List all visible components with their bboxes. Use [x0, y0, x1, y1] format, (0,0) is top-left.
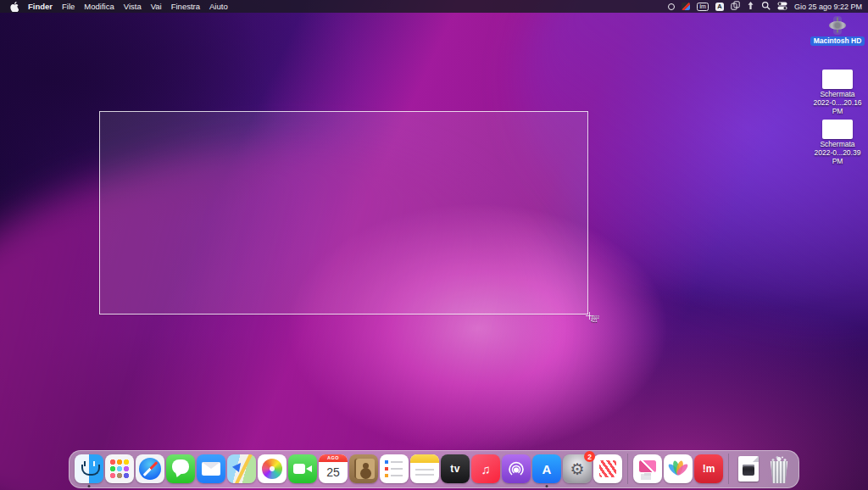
- notification-badge: 2: [584, 451, 595, 462]
- mail-icon: [197, 454, 225, 483]
- notes-icon: [410, 454, 439, 483]
- messages-icon: [166, 454, 195, 483]
- dock-system-preferences[interactable]: ⚙ 2: [563, 454, 592, 483]
- disk-image-file-icon: [734, 454, 763, 483]
- menu-bar-status-area: Im A Gio 25 ago 9:22 PM: [668, 1, 868, 12]
- dock-notes[interactable]: [410, 454, 439, 483]
- dock-disk-image-file[interactable]: [734, 454, 763, 483]
- running-indicator: [88, 485, 91, 487]
- menu-vista[interactable]: Vista: [123, 2, 142, 11]
- selection-dimensions-label: 1022 421: [591, 315, 606, 323]
- trash-full-icon: [765, 454, 793, 483]
- apple-menu-icon[interactable]: [9, 2, 19, 12]
- dock-trash[interactable]: [765, 454, 793, 483]
- dock-launchpad[interactable]: [105, 454, 134, 483]
- dock: AGO 25 tv ♫ A ⚙ 2: [69, 450, 799, 488]
- dock-safari[interactable]: [136, 454, 164, 483]
- desktop-icon-macintosh-hd[interactable]: Macintosh HD: [809, 16, 866, 46]
- menu-finestra[interactable]: Finestra: [170, 2, 201, 11]
- dock-news[interactable]: [593, 454, 622, 483]
- app-store-icon: A: [532, 454, 561, 483]
- screenshot-selection-rectangle[interactable]: 1022 421: [99, 111, 588, 315]
- dock-podcasts[interactable]: [502, 454, 531, 483]
- photos-icon: [258, 454, 287, 483]
- a-badge-icon[interactable]: A: [715, 3, 724, 11]
- apple-tv-icon: tv: [441, 454, 470, 483]
- running-indicator: [546, 485, 548, 487]
- dock-tv[interactable]: tv: [441, 454, 470, 483]
- podcasts-icon: [502, 454, 531, 483]
- dock-mail[interactable]: [197, 454, 225, 483]
- calendar-icon: AGO 25: [319, 454, 348, 483]
- menu-bar-clock[interactable]: Gio 25 ago 9:22 PM: [794, 3, 862, 11]
- menu-bar-left: Finder File Modifica Vista Vai Finestra …: [0, 2, 229, 12]
- dock-separator: [728, 454, 729, 484]
- screenshot-thumbnail-icon: [822, 120, 853, 139]
- dock-messages[interactable]: [166, 454, 195, 483]
- maps-icon: [227, 454, 256, 483]
- record-circle-icon[interactable]: [668, 3, 675, 10]
- music-icon: ♫: [471, 454, 500, 483]
- facetime-icon: [288, 454, 317, 483]
- exclamation-m-app-icon: !m: [694, 454, 723, 483]
- menu-vai[interactable]: Vai: [150, 2, 163, 11]
- im-badge-icon[interactable]: Im: [697, 3, 709, 11]
- dock-exclamation-m-app[interactable]: !m: [694, 454, 723, 483]
- calendar-day: 25: [326, 462, 340, 482]
- hard-drive-icon: [833, 16, 842, 35]
- dock-contacts[interactable]: [349, 454, 378, 483]
- reminders-icon: [380, 454, 409, 483]
- desktop-icon-screenshot-2[interactable]: Schermata 2022-0...20.39 PM: [809, 120, 866, 165]
- gear-icon: ⚙: [570, 461, 584, 477]
- dock-display-app[interactable]: [633, 454, 662, 483]
- calendar-month: AGO: [319, 454, 348, 462]
- screenshot-thumbnail-icon: [822, 70, 853, 89]
- desktop-icon-screenshot-1[interactable]: Schermata 2022-0....20.16 PM: [809, 70, 866, 115]
- safari-icon: [136, 454, 164, 483]
- up-arrow-icon[interactable]: [747, 1, 754, 12]
- macintosh-hd-label: Macintosh HD: [810, 36, 865, 46]
- menu-finder[interactable]: Finder: [27, 2, 53, 11]
- dock-leaf-fan-app[interactable]: [664, 454, 693, 483]
- copy-icon[interactable]: [731, 1, 740, 12]
- leaf-fan-app-icon: [664, 454, 693, 483]
- finder-icon: [75, 454, 103, 483]
- menu-file[interactable]: File: [61, 2, 75, 11]
- contacts-icon: [349, 454, 378, 483]
- trash-paper: [777, 457, 782, 461]
- dock-calendar[interactable]: AGO 25: [319, 454, 348, 483]
- dock-music[interactable]: ♫: [471, 454, 500, 483]
- control-center-icon[interactable]: [777, 2, 787, 12]
- screenshot-1-label: Schermata 2022-0....20.16 PM: [809, 91, 866, 115]
- colorful-app-icon[interactable]: [682, 3, 690, 10]
- dock-photos[interactable]: [258, 454, 287, 483]
- spotlight-search-icon[interactable]: [761, 1, 771, 12]
- news-stripes-glyph: [599, 460, 616, 477]
- menu-modifica[interactable]: Modifica: [83, 2, 114, 11]
- menu-bar: Finder File Modifica Vista Vai Finestra …: [0, 0, 868, 13]
- dock-separator: [627, 454, 628, 484]
- screenshot-2-label: Schermata 2022-0...20.39 PM: [809, 141, 866, 165]
- dock-appstore[interactable]: A: [532, 454, 561, 483]
- dock-finder[interactable]: [75, 454, 103, 483]
- dock-reminders[interactable]: [380, 454, 409, 483]
- news-icon: [593, 454, 622, 483]
- dock-facetime[interactable]: [288, 454, 317, 483]
- display-app-icon: [633, 454, 662, 483]
- menu-aiuto[interactable]: Aiuto: [209, 2, 229, 11]
- dock-maps[interactable]: [227, 454, 256, 483]
- launchpad-icon: [105, 454, 134, 483]
